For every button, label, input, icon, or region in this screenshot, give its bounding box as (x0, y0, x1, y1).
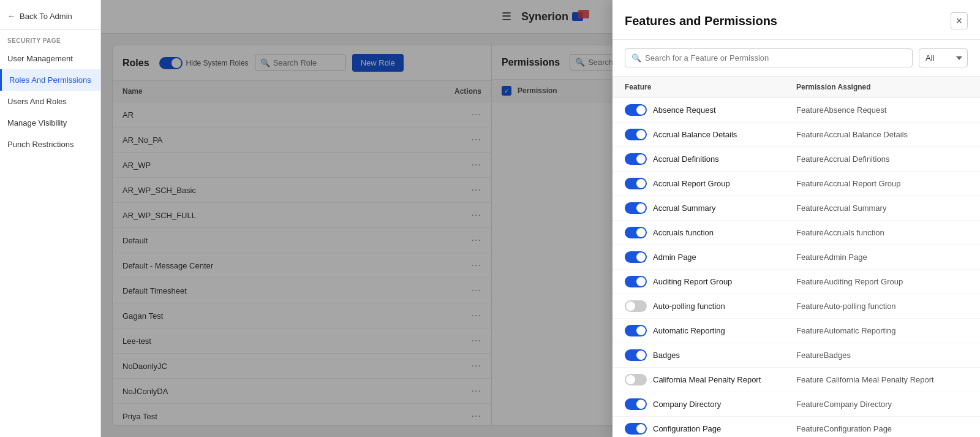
list-item: Automatic ReportingFeatureAutomatic Repo… (612, 319, 980, 343)
modal-body: Absence RequestFeatureAbsence Request Ac… (612, 98, 980, 437)
list-item: Auto-polling functionFeatureAuto-polling… (612, 294, 980, 319)
list-item: Configuration PageFeatureConfiguration P… (612, 417, 980, 437)
back-label: Back To Admin (20, 12, 72, 21)
modal-search-input[interactable] (645, 53, 906, 63)
feature-name: Absence Request (653, 105, 716, 115)
list-item: Company DirectoryFeatureCompany Director… (612, 392, 980, 417)
permission-assigned: Feature California Meal Penalty Report (796, 375, 968, 384)
feature-toggle-5[interactable] (625, 227, 647, 238)
permission-assigned: FeatureAccrual Definitions (796, 154, 968, 164)
permission-assigned: FeatureAbsence Request (796, 105, 968, 115)
feature-name: Auditing Report Group (653, 277, 732, 286)
feature-toggle-9[interactable] (625, 325, 647, 336)
feature-name: Accrual Report Group (653, 179, 730, 188)
feature-name: Automatic Reporting (653, 326, 725, 335)
sidebar-item-manage-visibility[interactable]: Manage Visibility (0, 112, 100, 134)
modal-search-box: 🔍 (625, 48, 913, 67)
permission-assigned: FeatureAuditing Report Group (796, 277, 968, 286)
modal-header: Features and Permissions ✕ (612, 0, 980, 40)
list-item: Absence RequestFeatureAbsence Request (612, 98, 980, 123)
modal-close-button[interactable]: ✕ (951, 12, 968, 29)
feature-name: Accrual Summary (653, 203, 716, 213)
feature-toggle-8[interactable] (625, 300, 647, 312)
feature-toggle-6[interactable] (625, 251, 647, 263)
modal-search-icon: 🔍 (631, 53, 641, 63)
list-item: Accrual DefinitionsFeatureAccrual Defini… (612, 147, 980, 172)
feature-name: Configuration Page (653, 424, 721, 433)
back-arrow-icon: ← (7, 11, 16, 21)
modal-title: Features and Permissions (625, 14, 777, 28)
modal-filter-select[interactable]: All On Off (919, 48, 968, 67)
feature-toggle-3[interactable] (625, 178, 647, 189)
features-permissions-modal: Features and Permissions ✕ 🔍 All On Off … (612, 0, 980, 437)
list-item: Auditing Report GroupFeatureAuditing Rep… (612, 270, 980, 294)
permission-assigned: FeatureCompany Directory (796, 400, 968, 409)
feature-toggle-1[interactable] (625, 129, 647, 140)
feature-name: Accrual Definitions (653, 154, 719, 164)
modal-col-feature: Feature (625, 83, 796, 91)
permission-assigned: FeatureAccrual Report Group (796, 179, 968, 188)
sidebar-section-label: SECURITY PAGE (0, 30, 100, 48)
permission-assigned: FeatureAccrual Balance Details (796, 130, 968, 139)
sidebar-item-users-and-roles[interactable]: Users And Roles (0, 91, 100, 112)
sidebar-header: ← Back To Admin (0, 0, 100, 30)
list-item: Accrual Balance DetailsFeatureAccrual Ba… (612, 123, 980, 147)
list-item: California Meal Penalty ReportFeature Ca… (612, 368, 980, 392)
list-item: Accrual Report GroupFeatureAccrual Repor… (612, 172, 980, 196)
modal-search-row: 🔍 All On Off (612, 40, 980, 77)
feature-toggle-4[interactable] (625, 202, 647, 214)
permission-assigned: FeatureBadges (796, 351, 968, 360)
sidebar-nav: User Management Roles And Permissions Us… (0, 48, 100, 155)
permission-assigned: FeatureAutomatic Reporting (796, 326, 968, 335)
modal-table-header: Feature Permission Assigned (612, 77, 980, 98)
feature-name: Badges (653, 351, 680, 360)
feature-toggle-13[interactable] (625, 423, 647, 435)
feature-name: Admin Page (653, 253, 696, 262)
permission-assigned: FeatureAdmin Page (796, 253, 968, 262)
feature-toggle-11[interactable] (625, 374, 647, 386)
permission-assigned: FeatureConfiguration Page (796, 424, 968, 433)
feature-name: Accruals function (653, 228, 714, 237)
list-item: BadgesFeatureBadges (612, 343, 980, 368)
sidebar: ← Back To Admin SECURITY PAGE User Manag… (0, 0, 101, 437)
feature-toggle-7[interactable] (625, 276, 647, 287)
feature-toggle-10[interactable] (625, 349, 647, 361)
back-to-admin-link[interactable]: ← Back To Admin (7, 11, 93, 21)
sidebar-item-roles-and-permissions[interactable]: Roles And Permissions (0, 69, 100, 91)
feature-toggle-12[interactable] (625, 398, 647, 410)
sidebar-item-user-management[interactable]: User Management (0, 48, 100, 69)
permission-assigned: FeatureAuto-polling function (796, 302, 968, 311)
feature-toggle-2[interactable] (625, 153, 647, 165)
feature-name: Accrual Balance Details (653, 130, 737, 139)
list-item: Admin PageFeatureAdmin Page (612, 245, 980, 270)
list-item: Accruals functionFeatureAccruals functio… (612, 221, 980, 245)
feature-toggle-0[interactable] (625, 104, 647, 116)
list-item: Accrual SummaryFeatureAccrual Summary (612, 196, 980, 221)
modal-col-permission: Permission Assigned (796, 83, 968, 91)
permission-assigned: FeatureAccruals function (796, 228, 968, 237)
feature-name: Auto-polling function (653, 302, 725, 311)
feature-name: Company Directory (653, 400, 721, 409)
permission-assigned: FeatureAccrual Summary (796, 203, 968, 213)
feature-name: California Meal Penalty Report (653, 375, 761, 384)
sidebar-item-punch-restrictions[interactable]: Punch Restrictions (0, 134, 100, 155)
